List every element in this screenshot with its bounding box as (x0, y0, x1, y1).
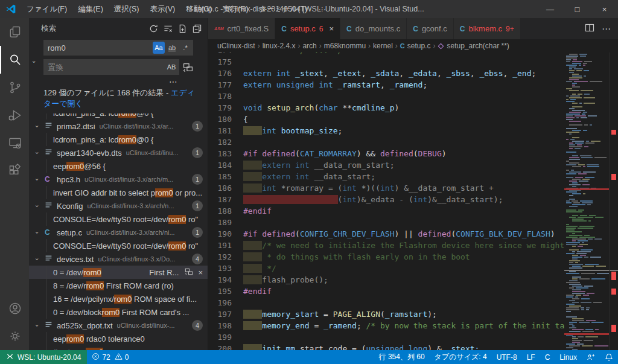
search-result-file-row[interactable]: ›Chpc3.huClinux-dist/linux-3.x/arch/m...… (29, 173, 208, 186)
activity-run-debug-icon[interactable] (0, 101, 29, 129)
more-actions-icon[interactable]: ⋯ (602, 24, 611, 34)
search-match-row[interactable]: CONSOLE=/dev/ttyS0 root=/dev/rom0 ro" (29, 239, 208, 252)
dismiss-match-icon[interactable]: × (198, 268, 203, 277)
preserve-case-toggle[interactable]: AB (165, 61, 177, 73)
clear-search-results-icon[interactable] (164, 24, 173, 33)
status-language-mode[interactable]: C (540, 353, 555, 362)
search-match-row[interactable]: 0 = /dev/rom0First R...× (29, 266, 208, 279)
notifications-bell-icon[interactable] (600, 353, 618, 362)
search-match-row[interactable]: lcdrom_pins_a: lcdrom0@0 { (29, 133, 208, 146)
activity-settings-icon[interactable] (0, 322, 29, 350)
search-match-row[interactable]: # cat eeprom0 (29, 345, 208, 350)
tab-blkmem-c[interactable]: Cblkmem.c9+ (454, 18, 521, 39)
replace-input[interactable] (48, 63, 164, 72)
breadcrumb-item[interactable]: kernel (373, 42, 393, 50)
search-input-box[interactable]: Aa ab .* (43, 40, 193, 56)
toggle-search-details[interactable]: ⋯ (43, 78, 193, 86)
code-editor[interactable]: 174 /* ... */175176extern int _stext, _e… (208, 53, 564, 350)
breadcrumb-item[interactable]: Csetup.c (400, 42, 431, 50)
search-input[interactable] (48, 43, 151, 53)
line-number: 193 (208, 263, 243, 274)
replace-all-button[interactable] (183, 62, 193, 72)
split-editor-icon[interactable] (585, 23, 594, 34)
breadcrumb-item[interactable]: arch (302, 42, 316, 50)
menu-f[interactable]: ファイル(F) (21, 0, 72, 18)
maximize-button[interactable]: □ (564, 0, 591, 18)
tab-gconf-c[interactable]: Cgconf.c (407, 18, 454, 39)
open-new-search-editor-icon[interactable] (178, 24, 187, 33)
status-encoding[interactable]: UTF-8 (492, 353, 522, 362)
minimize-button[interactable]: — (537, 0, 564, 18)
search-match-row[interactable]: CONSOLE=/dev/ttyS0 root=/dev/rom0 ro" (29, 212, 208, 226)
match-highlight: rom0 (86, 281, 104, 290)
tab-label: setup.c (290, 24, 316, 33)
match-text: eeprom0 rdac0 tolerance0 (53, 334, 145, 343)
chevron-down-icon[interactable]: › (35, 256, 45, 263)
match-highlight: rom0 (83, 268, 101, 277)
problems-indicator[interactable]: 72 0 (87, 353, 133, 362)
feedback-icon[interactable] (582, 353, 600, 362)
search-result-file-row[interactable]: ›spear1340-evb.dtsuClinux-dist/linu...1 (29, 146, 208, 159)
overview-ruler[interactable] (609, 53, 618, 350)
status-tab-size[interactable]: タブのサイズ: 4 (430, 352, 492, 362)
chevron-down-icon[interactable]: › (35, 203, 45, 209)
status-remote-os[interactable]: Linux (555, 353, 582, 362)
remote-indicator[interactable]: WSL: Ubuntu-20.04 (0, 350, 87, 364)
breadcrumb-item[interactable]: linux-2.4.x (263, 42, 296, 50)
search-match-row[interactable]: lcdrom_pins_a: lcdrom0@0 { (29, 113, 208, 120)
status-eol[interactable]: LF (522, 353, 540, 362)
collapse-all-icon[interactable] (193, 24, 202, 33)
replace-match-icon[interactable] (185, 267, 193, 278)
activity-source-control-icon[interactable] (0, 74, 29, 101)
menu-v[interactable]: 表示(V) (144, 0, 180, 18)
tab-close-icon[interactable]: × (330, 24, 334, 33)
breadcrumb-item[interactable]: setup_arch(char **) (438, 42, 509, 50)
activity-search-icon[interactable] (0, 46, 29, 74)
chevron-down-icon[interactable]: › (35, 176, 45, 183)
refresh-icon[interactable] (149, 24, 158, 33)
search-match-row[interactable]: 16 = /dev/pcilynx/rom0 ROM space of fi..… (29, 292, 208, 305)
status-line-col[interactable]: 行 354、列 60 (374, 352, 430, 362)
match-highlight: rom0 (118, 135, 136, 144)
breadcrumb-item[interactable]: m68knommu (324, 42, 366, 50)
match-case-toggle[interactable]: Aa (153, 42, 165, 54)
search-result-file-row[interactable]: ›devices.txtuClinux-dist/linux-3.x/Do...… (29, 252, 208, 266)
chevron-down-icon[interactable]: › (35, 123, 45, 130)
code-line: 182 (208, 136, 564, 148)
activity-extensions-icon[interactable] (0, 157, 29, 185)
replace-input-box[interactable]: AB (43, 59, 179, 75)
activity-explorer-icon[interactable] (0, 18, 29, 46)
search-result-file-row[interactable]: ›Csetup.cuClinux-dist/linux-3.x/arch/ni.… (29, 226, 208, 239)
remote-icon (6, 353, 14, 362)
search-match-row[interactable]: eeprom0@56 { (29, 159, 208, 173)
toggle-replace-chevron-icon[interactable]: › (32, 58, 36, 66)
code-line: 177extern unsigned int _ramstart, _ramen… (208, 79, 564, 91)
regex-toggle[interactable]: .* (179, 42, 191, 54)
search-result-file-row[interactable]: ›prima2.dtsiuClinux-dist/linux-3.x/ar...… (29, 120, 208, 133)
search-match-row[interactable]: invert GIO addr bit to select prom0 or p… (29, 186, 208, 199)
tab-do_mounts-c[interactable]: Cdo_mounts.c (340, 18, 407, 39)
chevron-down-icon[interactable]: › (35, 150, 45, 156)
whole-word-toggle[interactable]: ab (166, 42, 178, 54)
menu-s[interactable]: 選択(S) (109, 0, 145, 18)
match-row-actions: × (185, 267, 203, 278)
chevron-down-icon[interactable]: › (35, 229, 45, 236)
file-type-icon: C (460, 25, 465, 33)
search-match-row[interactable]: eeprom0 rdac0 tolerance0 (29, 332, 208, 345)
close-button[interactable]: × (591, 0, 618, 18)
tab-crt0_fixed-S[interactable]: ASMcrt0_fixed.S (208, 18, 275, 39)
search-match-row[interactable]: 0 = /dev/blockrom0 First ROM card's ... (29, 305, 208, 319)
minimap[interactable] (564, 53, 609, 350)
activity-accounts-icon[interactable] (0, 295, 29, 322)
search-result-file-row[interactable]: ›KconfiguClinux-dist/linux-3.x/arch/n...… (29, 199, 208, 212)
code-line: 196 (208, 297, 564, 308)
tab-setup-c[interactable]: Csetup.c6× (275, 18, 340, 39)
chevron-down-icon[interactable]: › (35, 322, 45, 329)
activity-remote-explorer-icon[interactable] (0, 129, 29, 157)
code-line: 191 /* we need to initialize the Flashro… (208, 240, 564, 251)
warning-icon (115, 353, 123, 362)
search-result-file-row[interactable]: ›ad525x_dpot.txtuClinux-dist/linux-...4 (29, 319, 208, 332)
breadcrumb-item[interactable]: uClinux-dist (217, 42, 255, 50)
search-match-row[interactable]: 8 = /dev/rrom0 First ROM card (ro) (29, 279, 208, 292)
menu-e[interactable]: 編集(E) (72, 0, 109, 18)
